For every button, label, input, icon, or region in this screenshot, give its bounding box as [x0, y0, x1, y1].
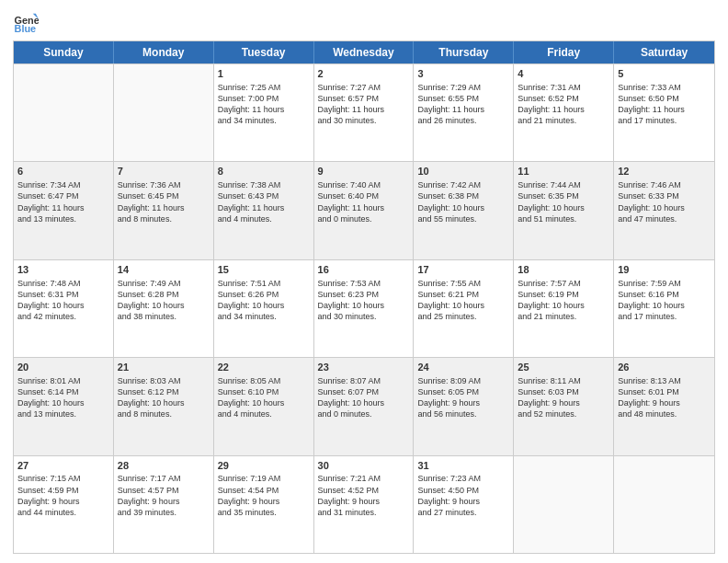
cell-daylight-info: Sunrise: 7:17 AM Sunset: 4:57 PM Dayligh…	[118, 473, 210, 518]
calendar-header: SundayMondayTuesdayWednesdayThursdayFrid…	[14, 41, 714, 63]
cell-daylight-info: Sunrise: 8:11 AM Sunset: 6:03 PM Dayligh…	[518, 375, 609, 420]
calendar-cell: 7Sunrise: 7:36 AM Sunset: 6:45 PM Daylig…	[114, 162, 214, 259]
day-number: 5	[618, 67, 711, 81]
day-number: 25	[518, 361, 609, 374]
calendar-row: 13Sunrise: 7:48 AM Sunset: 6:31 PM Dayli…	[14, 259, 714, 357]
calendar-cell: 14Sunrise: 7:49 AM Sunset: 6:28 PM Dayli…	[114, 260, 214, 357]
calendar-cell: 8Sunrise: 7:38 AM Sunset: 6:43 PM Daylig…	[214, 162, 314, 259]
calendar-cell: 3Sunrise: 7:29 AM Sunset: 6:55 PM Daylig…	[414, 64, 514, 161]
calendar-cell: 15Sunrise: 7:51 AM Sunset: 6:26 PM Dayli…	[214, 260, 314, 357]
calendar-cell: 21Sunrise: 8:03 AM Sunset: 6:12 PM Dayli…	[114, 358, 214, 454]
calendar-cell: 12Sunrise: 7:46 AM Sunset: 6:33 PM Dayli…	[614, 162, 714, 259]
weekday-header: Thursday	[414, 41, 514, 63]
logo: General Blue	[13, 9, 39, 35]
svg-text:Blue: Blue	[15, 23, 37, 34]
day-number: 27	[17, 459, 109, 473]
day-number: 22	[218, 361, 310, 374]
calendar-cell: 28Sunrise: 7:17 AM Sunset: 4:57 PM Dayli…	[114, 456, 214, 553]
day-number: 10	[417, 165, 509, 178]
cell-daylight-info: Sunrise: 7:25 AM Sunset: 7:00 PM Dayligh…	[218, 82, 310, 127]
day-number: 17	[417, 263, 509, 277]
weekday-header: Saturday	[614, 41, 714, 63]
cell-daylight-info: Sunrise: 7:51 AM Sunset: 6:26 PM Dayligh…	[218, 278, 310, 323]
weekday-header: Sunday	[14, 41, 114, 63]
day-number: 4	[518, 67, 609, 81]
cell-daylight-info: Sunrise: 7:40 AM Sunset: 6:40 PM Dayligh…	[318, 179, 410, 224]
day-number: 16	[318, 263, 410, 277]
calendar-cell: 29Sunrise: 7:19 AM Sunset: 4:54 PM Dayli…	[214, 456, 314, 553]
cell-daylight-info: Sunrise: 7:55 AM Sunset: 6:21 PM Dayligh…	[417, 278, 509, 323]
cell-daylight-info: Sunrise: 7:48 AM Sunset: 6:31 PM Dayligh…	[17, 278, 109, 323]
calendar-cell	[14, 64, 114, 161]
calendar-cell	[614, 456, 714, 553]
cell-daylight-info: Sunrise: 8:01 AM Sunset: 6:14 PM Dayligh…	[17, 375, 109, 420]
page: General Blue SundayMondayTuesdayWednesda…	[0, 0, 728, 563]
calendar-cell: 1Sunrise: 7:25 AM Sunset: 7:00 PM Daylig…	[214, 64, 314, 161]
calendar-cell: 11Sunrise: 7:44 AM Sunset: 6:35 PM Dayli…	[514, 162, 614, 259]
calendar-cell	[114, 64, 214, 161]
day-number: 15	[218, 263, 310, 277]
day-number: 24	[417, 361, 509, 374]
calendar-cell: 10Sunrise: 7:42 AM Sunset: 6:38 PM Dayli…	[414, 162, 514, 259]
day-number: 19	[618, 263, 711, 277]
calendar-cell: 19Sunrise: 7:59 AM Sunset: 6:16 PM Dayli…	[614, 260, 714, 357]
cell-daylight-info: Sunrise: 7:42 AM Sunset: 6:38 PM Dayligh…	[417, 179, 509, 224]
cell-daylight-info: Sunrise: 7:33 AM Sunset: 6:50 PM Dayligh…	[618, 82, 711, 127]
cell-daylight-info: Sunrise: 8:13 AM Sunset: 6:01 PM Dayligh…	[618, 375, 711, 420]
cell-daylight-info: Sunrise: 8:05 AM Sunset: 6:10 PM Dayligh…	[218, 375, 310, 420]
calendar-cell: 6Sunrise: 7:34 AM Sunset: 6:47 PM Daylig…	[14, 162, 114, 259]
cell-daylight-info: Sunrise: 7:29 AM Sunset: 6:55 PM Dayligh…	[417, 82, 509, 127]
calendar-row: 1Sunrise: 7:25 AM Sunset: 7:00 PM Daylig…	[14, 63, 714, 161]
day-number: 6	[17, 165, 109, 178]
weekday-header: Tuesday	[214, 41, 314, 63]
day-number: 28	[118, 459, 210, 473]
calendar-body: 1Sunrise: 7:25 AM Sunset: 7:00 PM Daylig…	[14, 63, 714, 553]
cell-daylight-info: Sunrise: 7:57 AM Sunset: 6:19 PM Dayligh…	[518, 278, 609, 323]
calendar-cell: 26Sunrise: 8:13 AM Sunset: 6:01 PM Dayli…	[614, 358, 714, 454]
cell-daylight-info: Sunrise: 7:15 AM Sunset: 4:59 PM Dayligh…	[17, 473, 109, 518]
header: General Blue	[13, 9, 715, 35]
calendar-cell: 23Sunrise: 8:07 AM Sunset: 6:07 PM Dayli…	[314, 358, 415, 454]
cell-daylight-info: Sunrise: 7:27 AM Sunset: 6:57 PM Dayligh…	[318, 82, 410, 127]
weekday-header: Friday	[514, 41, 614, 63]
calendar-cell: 25Sunrise: 8:11 AM Sunset: 6:03 PM Dayli…	[514, 358, 614, 454]
weekday-header: Wednesday	[314, 41, 415, 63]
cell-daylight-info: Sunrise: 7:21 AM Sunset: 4:52 PM Dayligh…	[318, 473, 410, 518]
cell-daylight-info: Sunrise: 7:19 AM Sunset: 4:54 PM Dayligh…	[218, 473, 310, 518]
cell-daylight-info: Sunrise: 7:59 AM Sunset: 6:16 PM Dayligh…	[618, 278, 711, 323]
day-number: 20	[17, 361, 109, 374]
calendar-row: 6Sunrise: 7:34 AM Sunset: 6:47 PM Daylig…	[14, 161, 714, 259]
cell-daylight-info: Sunrise: 8:07 AM Sunset: 6:07 PM Dayligh…	[318, 375, 410, 420]
cell-daylight-info: Sunrise: 8:03 AM Sunset: 6:12 PM Dayligh…	[118, 375, 210, 420]
calendar-cell: 27Sunrise: 7:15 AM Sunset: 4:59 PM Dayli…	[14, 456, 114, 553]
day-number: 26	[618, 361, 711, 374]
day-number: 1	[218, 67, 310, 81]
day-number: 29	[218, 459, 310, 473]
day-number: 13	[17, 263, 109, 277]
day-number: 23	[318, 361, 410, 374]
day-number: 31	[417, 459, 509, 473]
calendar-cell: 22Sunrise: 8:05 AM Sunset: 6:10 PM Dayli…	[214, 358, 314, 454]
calendar-cell: 18Sunrise: 7:57 AM Sunset: 6:19 PM Dayli…	[514, 260, 614, 357]
calendar-cell: 17Sunrise: 7:55 AM Sunset: 6:21 PM Dayli…	[414, 260, 514, 357]
calendar-cell: 4Sunrise: 7:31 AM Sunset: 6:52 PM Daylig…	[514, 64, 614, 161]
cell-daylight-info: Sunrise: 7:46 AM Sunset: 6:33 PM Dayligh…	[618, 179, 711, 224]
calendar-cell: 2Sunrise: 7:27 AM Sunset: 6:57 PM Daylig…	[314, 64, 415, 161]
day-number: 11	[518, 165, 609, 178]
calendar-cell: 5Sunrise: 7:33 AM Sunset: 6:50 PM Daylig…	[614, 64, 714, 161]
logo-icon: General Blue	[13, 9, 39, 35]
cell-daylight-info: Sunrise: 8:09 AM Sunset: 6:05 PM Dayligh…	[417, 375, 509, 420]
calendar-cell	[514, 456, 614, 553]
cell-daylight-info: Sunrise: 7:31 AM Sunset: 6:52 PM Dayligh…	[518, 82, 609, 127]
calendar-cell: 13Sunrise: 7:48 AM Sunset: 6:31 PM Dayli…	[14, 260, 114, 357]
day-number: 21	[118, 361, 210, 374]
cell-daylight-info: Sunrise: 7:44 AM Sunset: 6:35 PM Dayligh…	[518, 179, 609, 224]
calendar: SundayMondayTuesdayWednesdayThursdayFrid…	[13, 40, 715, 554]
cell-daylight-info: Sunrise: 7:34 AM Sunset: 6:47 PM Dayligh…	[17, 179, 109, 224]
day-number: 7	[118, 165, 210, 178]
weekday-header: Monday	[114, 41, 214, 63]
cell-daylight-info: Sunrise: 7:49 AM Sunset: 6:28 PM Dayligh…	[118, 278, 210, 323]
day-number: 8	[218, 165, 310, 178]
day-number: 12	[618, 165, 711, 178]
day-number: 18	[518, 263, 609, 277]
